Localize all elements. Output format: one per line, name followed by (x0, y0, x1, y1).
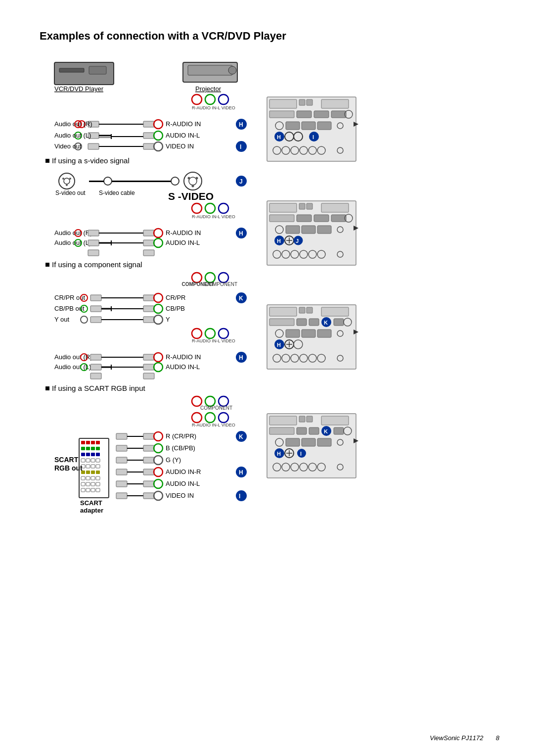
svg-rect-121 (90, 354, 101, 360)
svg-rect-261 (297, 215, 312, 222)
svg-text:AUDIO IN-L: AUDIO IN-L (166, 239, 200, 246)
svg-rect-197 (116, 445, 127, 451)
svg-rect-158 (81, 453, 85, 456)
svg-rect-228 (299, 99, 305, 105)
svg-rect-237 (286, 122, 300, 130)
svg-rect-286 (269, 307, 297, 316)
svg-rect-167 (86, 465, 90, 468)
svg-text:COMPONENT: COMPONENT (200, 405, 232, 411)
svg-point-60 (205, 203, 215, 213)
svg-rect-161 (96, 453, 100, 456)
svg-text:H: H (239, 469, 243, 476)
svg-point-85 (192, 273, 202, 283)
svg-rect-317 (269, 416, 297, 425)
svg-rect-326 (334, 427, 344, 434)
svg-text:R-AUDIO IN: R-AUDIO IN (166, 229, 201, 236)
svg-rect-175 (86, 476, 90, 480)
page-title: Examples of connection with a VCR/DVD Pl… (40, 30, 499, 43)
svg-text:If using a s-video signal: If using a s-video signal (52, 156, 130, 165)
svg-point-115 (192, 329, 202, 338)
svg-text:R (CR/PR): R (CR/PR) (166, 432, 196, 440)
svg-rect-289 (321, 307, 349, 316)
svg-rect-155 (86, 447, 90, 450)
svg-point-41 (64, 178, 70, 184)
svg-rect-101 (90, 306, 101, 312)
svg-point-106 (154, 304, 163, 313)
svg-rect-123 (143, 354, 154, 360)
svg-point-55 (192, 185, 194, 188)
svg-rect-168 (91, 465, 95, 468)
svg-text:AUDIO IN-L: AUDIO IN-L (166, 480, 200, 487)
svg-rect-319 (307, 416, 312, 422)
svg-rect-180 (91, 482, 95, 486)
svg-rect-82 (143, 250, 154, 256)
svg-text:H: H (239, 354, 243, 361)
svg-rect-298 (286, 330, 300, 337)
footer-brand: ViewSonic PJ1172 (430, 734, 483, 742)
svg-rect-288 (307, 307, 312, 313)
svg-rect-164 (91, 459, 95, 462)
svg-rect-204 (143, 457, 154, 463)
svg-rect-30 (88, 143, 99, 149)
svg-text:B (CB/PB): B (CB/PB) (166, 444, 195, 452)
svg-point-14 (154, 120, 163, 129)
svg-rect-209 (143, 469, 154, 475)
svg-rect-65 (88, 230, 99, 236)
svg-point-143 (219, 396, 228, 406)
svg-point-33 (154, 142, 163, 151)
svg-point-135 (154, 363, 163, 372)
svg-rect-290 (269, 319, 294, 326)
svg-rect-154 (81, 447, 85, 450)
svg-point-44 (66, 184, 68, 186)
svg-rect-299 (302, 330, 315, 337)
svg-point-142 (205, 396, 215, 406)
svg-rect-130 (90, 364, 101, 370)
svg-point-68 (154, 229, 163, 237)
svg-point-109 (81, 316, 88, 323)
svg-rect-322 (297, 427, 307, 434)
svg-rect-4 (188, 65, 232, 75)
svg-rect-182 (81, 488, 85, 492)
svg-point-51 (184, 172, 202, 190)
svg-rect-331 (317, 438, 331, 446)
svg-text:R-AUDIO IN-L VIDEO: R-AUDIO IN-L VIDEO (192, 214, 235, 219)
svg-point-146 (205, 413, 215, 423)
svg-rect-156 (91, 447, 95, 450)
svg-point-87 (219, 273, 228, 283)
svg-rect-134 (143, 364, 154, 370)
svg-rect-266 (286, 226, 300, 234)
svg-rect-321 (269, 427, 294, 434)
svg-point-117 (219, 329, 228, 338)
vcr-dvd-label: VCR/DVD Player (54, 85, 104, 93)
svg-rect-267 (302, 226, 315, 234)
svg-point-54 (196, 177, 198, 180)
svg-rect-318 (299, 416, 305, 422)
svg-rect-49 (171, 177, 179, 185)
svg-rect-257 (299, 203, 305, 209)
svg-rect-152 (91, 441, 95, 444)
svg-point-113 (154, 315, 163, 324)
svg-rect-112 (143, 317, 154, 323)
svg-rect-330 (302, 438, 315, 446)
svg-text:I: I (240, 143, 241, 150)
page: Examples of connection with a VCR/DVD Pl… (0, 0, 534, 756)
svg-text:R-AUDIO IN: R-AUDIO IN (166, 353, 201, 361)
svg-point-42 (62, 178, 64, 180)
svg-text:H: H (277, 342, 281, 348)
svg-rect-171 (86, 471, 90, 474)
svg-point-141 (192, 396, 202, 406)
svg-point-61 (219, 203, 228, 213)
svg-rect-230 (321, 99, 349, 108)
svg-rect-258 (307, 203, 312, 209)
svg-rect-239 (317, 122, 331, 130)
svg-text:K: K (239, 433, 243, 440)
svg-rect-138 (143, 373, 154, 379)
svg-rect-227 (269, 99, 297, 108)
svg-rect-295 (334, 319, 344, 326)
svg-rect-165 (96, 459, 100, 462)
svg-point-193 (154, 432, 163, 441)
svg-rect-287 (299, 307, 305, 313)
svg-point-95 (154, 293, 163, 302)
svg-text:AUDIO IN-R: AUDIO IN-R (166, 468, 201, 475)
svg-point-40 (59, 173, 75, 189)
